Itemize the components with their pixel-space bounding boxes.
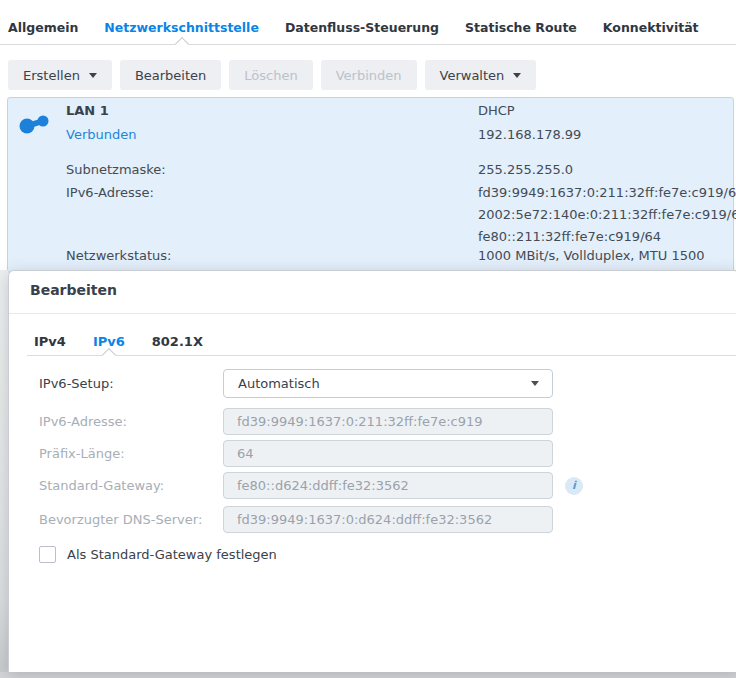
prefix-length-input xyxy=(223,440,553,467)
interface-toolbar: Erstellen Bearbeiten Löschen Verbinden V… xyxy=(8,60,536,90)
settings-tabbar: Allgemein Netzwerkschnittstelle Datenflu… xyxy=(0,0,736,45)
interface-ip: 192.168.178.99 xyxy=(478,127,581,142)
ipv6-setup-selected-value: Automatisch xyxy=(238,376,320,391)
subnet-value: 255.255.255.0 xyxy=(478,162,573,177)
dialog-separator xyxy=(9,313,736,314)
preferred-dns-label: Bevorzugter DNS-Server: xyxy=(39,512,223,527)
dialog-tabbar: IPv4 IPv6 802.1X xyxy=(27,328,736,356)
tab-datenfluss-steuerung[interactable]: Datenfluss-Steuerung xyxy=(285,0,439,44)
ipv6-address: fd39:9949:1637:0:211:32ff:fe7e:c919/64 xyxy=(478,182,736,204)
set-default-gateway-checkbox[interactable] xyxy=(39,546,56,563)
delete-button: Löschen xyxy=(229,60,312,90)
backdrop-strip-bottom xyxy=(0,672,736,678)
subnet-label: Subnetzmaske: xyxy=(66,162,166,177)
interface-row-lan1[interactable]: LAN 1 DHCP Verbunden 192.168.178.99 Subn… xyxy=(7,97,734,273)
preferred-dns-input xyxy=(223,506,553,533)
prefix-length-label: Präfix-Länge: xyxy=(39,446,223,461)
ipv6-address-label: IPv6-Adresse: xyxy=(39,414,223,429)
connect-button-label: Verbinden xyxy=(336,68,402,83)
ipv6-setup-label: IPv6-Setup: xyxy=(39,376,223,391)
ipv6-address: fe80::211:32ff:fe7e:c919/64 xyxy=(478,226,736,248)
default-gateway-input xyxy=(223,472,553,499)
connect-button: Verbinden xyxy=(321,60,417,90)
network-status-label: Netzwerkstatus: xyxy=(66,248,171,263)
create-button[interactable]: Erstellen xyxy=(8,60,112,90)
edit-button[interactable]: Bearbeiten xyxy=(120,60,221,90)
tab-ipv4[interactable]: IPv4 xyxy=(34,328,66,355)
backdrop-strip-left xyxy=(0,270,8,672)
ipv6-address-input xyxy=(223,408,553,435)
set-default-gateway-checkbox-label: Als Standard-Gateway festlegen xyxy=(67,547,277,562)
manage-button-label: Verwalten xyxy=(440,68,505,83)
caret-down-icon xyxy=(531,381,539,386)
manage-button[interactable]: Verwalten xyxy=(425,60,537,90)
ipv6-label: IPv6-Adresse: xyxy=(66,185,154,200)
ipv6-address: 2002:5e72:140e:0:211:32ff:fe7e:c919/64 xyxy=(478,204,736,226)
tab-konnektivitaet[interactable]: Konnektivität xyxy=(603,0,699,44)
info-icon[interactable]: i xyxy=(565,477,583,495)
tab-statische-route[interactable]: Statische Route xyxy=(465,0,577,44)
default-gateway-label: Standard-Gateway: xyxy=(39,478,223,493)
network-status-value: 1000 MBit/s, Vollduplex, MTU 1500 xyxy=(478,248,705,263)
default-gateway-checkbox-row: Als Standard-Gateway festlegen xyxy=(39,546,277,563)
edit-dialog: Bearbeiten IPv4 IPv6 802.1X IPv6-Setup: … xyxy=(8,270,736,672)
dialog-title: Bearbeiten xyxy=(30,282,117,298)
interface-name: LAN 1 xyxy=(66,103,109,118)
tab-ipv6[interactable]: IPv6 xyxy=(93,328,125,355)
create-button-label: Erstellen xyxy=(23,68,80,83)
caret-down-icon xyxy=(513,73,521,78)
tab-netzwerkschnittstelle[interactable]: Netzwerkschnittstelle xyxy=(104,0,259,44)
tab-8021x[interactable]: 802.1X xyxy=(152,328,203,355)
interface-mode: DHCP xyxy=(478,103,515,118)
caret-down-icon xyxy=(89,73,97,78)
delete-button-label: Löschen xyxy=(244,68,297,83)
edit-button-label: Bearbeiten xyxy=(135,68,206,83)
lan-link-icon xyxy=(18,111,50,137)
network-settings-page: Allgemein Netzwerkschnittstelle Datenflu… xyxy=(0,0,736,678)
ipv6-setup-select[interactable]: Automatisch xyxy=(223,369,553,398)
tab-allgemein[interactable]: Allgemein xyxy=(8,0,78,44)
connection-status-link[interactable]: Verbunden xyxy=(66,127,136,142)
ipv6-address-list: fd39:9949:1637:0:211:32ff:fe7e:c919/64 2… xyxy=(478,182,736,248)
